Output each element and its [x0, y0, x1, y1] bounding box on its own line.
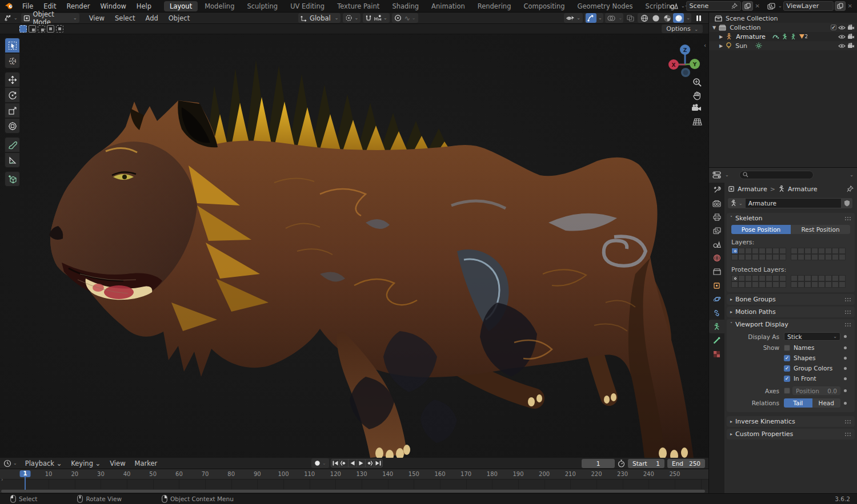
camera-icon[interactable]	[847, 34, 855, 39]
orthographic-grid-icon[interactable]	[692, 118, 702, 126]
outliner-row-collection[interactable]: ▼ Collection ✓	[709, 23, 857, 32]
tab-view-layer[interactable]	[709, 224, 724, 237]
viewport-menu-view[interactable]: View	[84, 14, 110, 22]
play-forward-button[interactable]	[357, 459, 366, 467]
show-gizmo-icon[interactable]	[586, 13, 596, 23]
layer-cell[interactable]	[804, 281, 811, 288]
tab-world[interactable]	[709, 251, 724, 265]
viewport-menu-add[interactable]: Add	[140, 14, 163, 22]
select-mode-subtract[interactable]	[38, 25, 45, 33]
animate-dot[interactable]	[844, 367, 847, 370]
transform-orientation-selector[interactable]: Global ⌄	[298, 13, 341, 23]
outliner-row-sun[interactable]: ▶ Sun	[709, 41, 857, 50]
layer-cell[interactable]	[779, 275, 786, 281]
eye-icon[interactable]	[838, 43, 846, 49]
zoom-icon[interactable]	[692, 78, 702, 87]
workspace-tab-layout[interactable]: Layout	[164, 1, 198, 11]
scene-selector[interactable]: Scene	[686, 1, 741, 11]
jump-to-start-button[interactable]	[331, 459, 340, 467]
checkbox-in-front[interactable]: ✓	[784, 376, 790, 382]
layer-cell[interactable]	[839, 254, 846, 260]
layer-cell[interactable]	[779, 248, 786, 254]
timeline-scrollbar[interactable]	[1, 490, 705, 493]
animate-dot[interactable]	[844, 377, 847, 380]
layer-cell[interactable]	[798, 281, 804, 288]
layer-cell[interactable]	[766, 254, 772, 260]
timeline-ruler[interactable]: 1020304050607080901001101201301401501601…	[0, 469, 708, 479]
tool-rotate[interactable]	[5, 87, 20, 103]
select-mode-invert[interactable]	[47, 25, 54, 33]
pose-position-button[interactable]: Pose Position	[731, 225, 791, 234]
gizmos-dropdown[interactable]: ⌄	[584, 13, 603, 23]
workspace-tab-sculpting[interactable]: Sculpting	[241, 1, 283, 11]
properties-search-input[interactable]	[739, 171, 814, 179]
protected-layers-grid-group1[interactable]	[731, 275, 786, 288]
tool-transform[interactable]	[5, 118, 20, 134]
tool-add-cube[interactable]	[5, 171, 20, 187]
layers-grid-group2[interactable]	[791, 248, 846, 260]
viewport-menu-select[interactable]: Select	[110, 14, 140, 22]
layer-cell[interactable]	[731, 281, 738, 288]
pin-icon[interactable]	[847, 186, 854, 192]
relations-head-button[interactable]: Head	[812, 398, 841, 408]
mesh-data-badge[interactable]: 2	[799, 34, 808, 39]
snapping-controls[interactable]: ⌄	[363, 13, 390, 23]
workspace-tab-texture-paint[interactable]: Texture Paint	[331, 1, 385, 11]
layer-cell[interactable]	[804, 254, 811, 260]
custom-properties-header[interactable]: ▸Custom Properties	[727, 429, 855, 440]
checkbox-shapes[interactable]: ✓	[784, 355, 790, 361]
skeleton-panel-header[interactable]: ˅Skeleton	[727, 213, 855, 224]
blender-logo-icon[interactable]	[5, 2, 14, 10]
tab-scene[interactable]	[709, 237, 724, 251]
timeline-editor-icon[interactable]	[3, 459, 11, 467]
workspace-tab-modeling[interactable]: Modeling	[199, 1, 240, 11]
layer-cell[interactable]	[766, 248, 772, 254]
falloff-curve-icon[interactable]: ∿	[405, 14, 410, 22]
animate-dot[interactable]	[844, 335, 847, 338]
properties-filter-chevron[interactable]: ⌄	[850, 172, 854, 178]
menu-window[interactable]: Window	[95, 2, 131, 10]
tool-move[interactable]	[5, 72, 20, 87]
animate-dot[interactable]	[844, 346, 847, 349]
timeline-editor-chevron[interactable]: ⌄	[13, 461, 17, 466]
select-mode-new[interactable]	[19, 25, 27, 33]
timeline-menu-marker[interactable]: Marker	[130, 459, 162, 467]
layers-grid-group1[interactable]	[731, 248, 786, 260]
solid-shading-icon[interactable]	[650, 13, 661, 23]
menu-render[interactable]: Render	[62, 2, 95, 10]
editor-type-icon[interactable]	[3, 14, 12, 22]
menu-edit[interactable]: Edit	[38, 2, 61, 10]
layer-cell[interactable]	[738, 248, 745, 254]
gizmo-negative-z-ball[interactable]	[680, 67, 691, 78]
proportional-editing-controls[interactable]: ∿ ⌄	[392, 13, 418, 23]
checkbox-names[interactable]	[784, 345, 790, 351]
panel-drag-handle[interactable]	[844, 216, 851, 220]
animation-badge-icon[interactable]	[772, 34, 779, 39]
sun-expand-arrow[interactable]: ▶	[719, 43, 723, 49]
layer-cell[interactable]	[752, 275, 759, 281]
current-frame-field[interactable]: 1	[582, 459, 615, 468]
datablock-name-field[interactable]: Armature	[745, 198, 842, 208]
animate-dot[interactable]	[844, 402, 847, 405]
tool-measure[interactable]	[5, 152, 20, 168]
tab-object-data-armature[interactable]	[709, 320, 724, 333]
pan-hand-icon[interactable]	[692, 91, 702, 100]
tab-texture[interactable]	[709, 347, 724, 361]
layer-cell[interactable]	[791, 281, 798, 288]
auto-keying-controls[interactable]: ⌄	[311, 458, 329, 468]
layer-cell[interactable]	[731, 248, 738, 254]
editor-type-chevron[interactable]: ⌄	[14, 15, 18, 21]
layer-cell[interactable]	[825, 254, 832, 260]
layer-cell[interactable]	[738, 275, 745, 281]
protected-layers-grid-group2[interactable]	[791, 275, 846, 288]
overlays-dropdown[interactable]: ⌄	[605, 13, 624, 23]
wireframe-shading-icon[interactable]	[639, 13, 650, 23]
collection-expand-arrow[interactable]: ▼	[712, 25, 716, 30]
current-frame-indicator[interactable]: 1	[20, 470, 31, 477]
workspace-tab-compositing[interactable]: Compositing	[518, 1, 570, 11]
layer-cell[interactable]	[832, 248, 839, 254]
layer-cell[interactable]	[818, 248, 825, 254]
properties-editor-icon[interactable]	[712, 171, 721, 179]
layer-cell[interactable]	[825, 275, 832, 281]
layer-cell[interactable]	[731, 275, 738, 281]
